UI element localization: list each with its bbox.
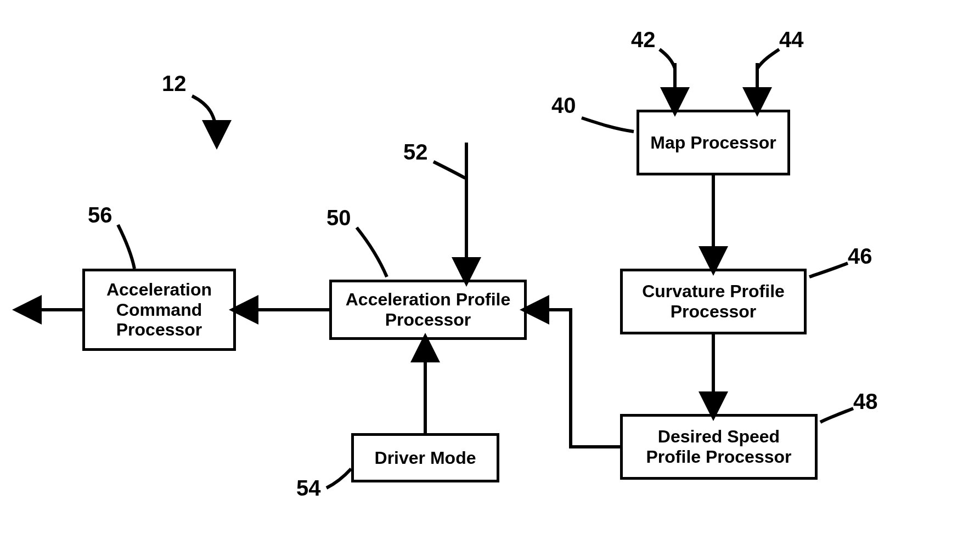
- box-acceleration-profile-processor: Acceleration Profile Processor: [329, 280, 527, 340]
- box-acceleration-command-processor-label: Acceleration Command Processor: [91, 280, 228, 340]
- arrow-desired-speed-to-accel-profile: [530, 310, 620, 447]
- leader-44: [757, 49, 779, 69]
- label-52: 52: [403, 140, 428, 164]
- leader-50: [357, 228, 387, 277]
- label-42: 42: [631, 27, 656, 52]
- box-curvature-profile-processor-label: Curvature Profile Processor: [628, 281, 798, 322]
- leader-40: [582, 118, 634, 132]
- box-desired-speed-profile-processor-label: Desired Speed Profile Processor: [628, 427, 809, 467]
- box-map-processor-label: Map Processor: [650, 133, 776, 153]
- leader-12: [192, 96, 217, 140]
- box-map-processor: Map Processor: [637, 110, 790, 175]
- label-54: 54: [296, 476, 321, 501]
- label-46: 46: [848, 244, 872, 269]
- box-driver-mode-label: Driver Mode: [375, 448, 476, 468]
- label-12: 12: [162, 71, 187, 96]
- leader-46: [809, 263, 848, 277]
- leader-48: [820, 408, 853, 422]
- box-curvature-profile-processor: Curvature Profile Processor: [620, 269, 807, 334]
- leader-54: [326, 469, 351, 488]
- box-acceleration-command-processor: Acceleration Command Processor: [82, 269, 236, 351]
- box-driver-mode: Driver Mode: [351, 433, 499, 482]
- label-48: 48: [853, 389, 878, 414]
- label-40: 40: [551, 93, 576, 118]
- label-44: 44: [779, 27, 804, 52]
- label-56: 56: [88, 203, 112, 228]
- leader-42: [660, 49, 675, 69]
- diagram-canvas: Map Processor Curvature Profile Processo…: [0, 0, 980, 551]
- label-50: 50: [326, 206, 351, 230]
- box-acceleration-profile-processor-label: Acceleration Profile Processor: [337, 289, 519, 330]
- leader-52: [433, 162, 465, 178]
- box-desired-speed-profile-processor: Desired Speed Profile Processor: [620, 414, 818, 480]
- leader-56: [118, 225, 134, 269]
